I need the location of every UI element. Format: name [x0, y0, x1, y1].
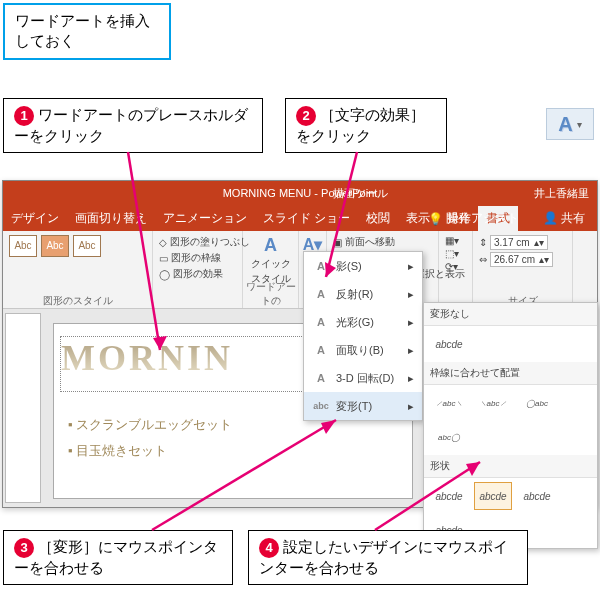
width-input[interactable]: 26.67 cm▴▾: [490, 252, 553, 267]
tab-slideshow[interactable]: スライド ショー: [255, 206, 358, 231]
callout-step4: 4設定したいデザインにマウスポインターを合わせる: [248, 530, 528, 585]
shape-2[interactable]: abcde: [474, 482, 512, 510]
shape-fill[interactable]: ◇ 図形の塗りつぶし: [159, 235, 236, 249]
shape-effects[interactable]: ◯ 図形の効果: [159, 267, 236, 281]
shape-style-thumb-2[interactable]: Abc: [41, 235, 69, 257]
shape-3[interactable]: abcde: [518, 482, 556, 510]
group-icon[interactable]: ⬚▾: [445, 248, 466, 259]
A-icon: A: [264, 235, 277, 256]
text-effects-dropdown: A影(S)▸ A反射(R)▸ A光彩(G)▸ A面取り(B)▸ A3-D 回転(…: [303, 251, 423, 421]
title-user: 井上香緒里: [534, 186, 589, 201]
fit-circ1[interactable]: ◯abc: [518, 389, 556, 417]
group-wordart: A クイックスタイル ワードアートの: [243, 231, 299, 308]
sub-none-header: 変形なし: [424, 303, 597, 326]
abc-transform-icon: abc: [312, 399, 330, 413]
shape-1[interactable]: abcde: [430, 482, 468, 510]
shape-style-thumb-1[interactable]: Abc: [9, 235, 37, 257]
group-shape-styles: Abc Abc Abc 図形のスタイル: [3, 231, 153, 308]
transform-gallery: 変形なし abcde 枠線に合わせて配置 ⟋abc⟍ ⟍abc⟋ ◯abc ab…: [423, 302, 598, 549]
group-label-shape: 図形のスタイル: [3, 294, 152, 308]
shape-outline[interactable]: ▭ 図形の枠線: [159, 251, 236, 265]
step3-text: ［変形］にマウスポインターを合わせる: [14, 538, 218, 576]
bring-front[interactable]: ▣ 前面へ移動: [333, 235, 432, 249]
fit-arc2[interactable]: ⟍abc⟋: [474, 389, 512, 417]
powerpoint-window: MORNING MENU - PowerPoint 描画ツール 井上香緒里 デザ…: [2, 180, 598, 508]
dd-glow[interactable]: A光彩(G)▸: [304, 308, 422, 336]
dd-3d[interactable]: A3-D 回転(D)▸: [304, 364, 422, 392]
step1-text: ワードアートのプレースホルダーをクリック: [14, 106, 248, 144]
step2-num: 2: [296, 106, 316, 126]
bullet-2[interactable]: ▪ 目玉焼きセット: [68, 442, 167, 460]
group-label-wa: ワードアートの: [243, 280, 298, 308]
A-glow-icon: A: [312, 315, 330, 329]
callout-step2: 2［文字の効果］をクリック: [285, 98, 447, 153]
tell-me-label: 操作アシスト: [447, 210, 519, 227]
transform-none[interactable]: abcde: [430, 330, 468, 358]
dd-transform[interactable]: abc変形(T)▸: [304, 392, 422, 420]
group-align: ▦▾ ⬚▾ ⟳▾: [439, 231, 473, 308]
A-reflect-icon: A: [312, 287, 330, 301]
step3-num: 3: [14, 538, 34, 558]
tab-animation[interactable]: アニメーション: [155, 206, 255, 231]
text-effects-icon-button[interactable]: A▾: [546, 108, 594, 140]
bullet-1[interactable]: ▪ スクランブルエッグセット: [68, 416, 232, 434]
step4-num: 4: [259, 538, 279, 558]
shape-style-thumb-3[interactable]: Abc: [73, 235, 101, 257]
align-icon[interactable]: ▦▾: [445, 235, 466, 246]
intro-text: ワードアートを挿入しておく: [15, 12, 150, 49]
ribbon: Abc Abc Abc 図形のスタイル ◇ 図形の塗りつぶし ▭ 図形の枠線 ◯…: [3, 231, 597, 309]
width-icon: ⇔: [479, 254, 487, 265]
step4-text: 設定したいデザインにマウスポインターを合わせる: [259, 538, 508, 576]
dd-shadow[interactable]: A影(S)▸: [304, 252, 422, 280]
dropdown-caret-icon: ▾: [577, 119, 582, 130]
fit-circ2[interactable]: abc◯: [430, 423, 468, 451]
tell-me[interactable]: 💡 操作アシスト: [420, 206, 527, 231]
ribbon-tabs: デザイン 画面切り替え アニメーション スライド ショー 校閲 表示 開発 書式…: [3, 205, 597, 231]
slide-thumbnail-pane[interactable]: [5, 313, 41, 503]
rotate-icon[interactable]: ⟳▾: [445, 261, 466, 272]
A-shadow-icon: A: [312, 259, 330, 273]
dd-bevel[interactable]: A面取り(B)▸: [304, 336, 422, 364]
fit-arc1[interactable]: ⟋abc⟍: [430, 389, 468, 417]
tab-design[interactable]: デザイン: [3, 206, 67, 231]
wordart-text: MORNIN: [61, 338, 233, 378]
height-input[interactable]: 3.17 cm▴▾: [490, 235, 548, 250]
callout-step3: 3［変形］にマウスポインターを合わせる: [3, 530, 233, 585]
height-icon: ⇕: [479, 237, 487, 248]
group-size: ⇕3.17 cm▴▾ ⇔26.67 cm▴▾ サイズ: [473, 231, 573, 308]
step1-num: 1: [14, 106, 34, 126]
group-shape-fill: ◇ 図形の塗りつぶし ▭ 図形の枠線 ◯ 図形の効果: [153, 231, 243, 308]
text-effects-A-icon: A: [558, 113, 572, 136]
sub-shapes-header: 形状: [424, 455, 597, 478]
share-button[interactable]: 👤 共有: [535, 206, 593, 231]
intro-note: ワードアートを挿入しておく: [3, 3, 171, 60]
tab-transition[interactable]: 画面切り替え: [67, 206, 155, 231]
quick-style[interactable]: A クイックスタイル: [249, 235, 292, 286]
share-label: 共有: [561, 211, 585, 225]
sub-fit-header: 枠線に合わせて配置: [424, 362, 597, 385]
title-bar: MORNING MENU - PowerPoint 描画ツール 井上香緒里: [3, 181, 597, 205]
title-tool: 描画ツール: [333, 186, 388, 201]
A-bevel-icon: A: [312, 343, 330, 357]
tab-review[interactable]: 校閲: [358, 206, 398, 231]
A-3d-icon: A: [312, 371, 330, 385]
dd-reflect[interactable]: A反射(R)▸: [304, 280, 422, 308]
callout-step1: 1ワードアートのプレースホルダーをクリック: [3, 98, 263, 153]
